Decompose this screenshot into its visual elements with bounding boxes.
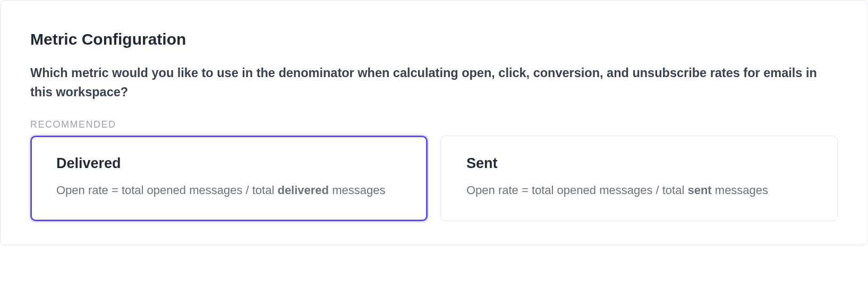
option-delivered-desc-bold: delivered bbox=[277, 183, 329, 197]
metric-options: Delivered Open rate = total opened messa… bbox=[30, 136, 838, 221]
panel-heading: Metric Configuration bbox=[30, 30, 838, 48]
recommended-label: RECOMMENDED bbox=[30, 119, 838, 130]
panel-question: Which metric would you like to use in th… bbox=[30, 63, 838, 102]
option-delivered-desc-after: messages bbox=[329, 183, 385, 197]
option-sent-desc-before: Open rate = total opened messages / tota… bbox=[466, 183, 687, 197]
metric-configuration-panel: Metric Configuration Which metric would … bbox=[0, 0, 868, 245]
option-sent[interactable]: Sent Open rate = total opened messages /… bbox=[440, 136, 838, 221]
option-delivered-description: Open rate = total opened messages / tota… bbox=[56, 181, 402, 199]
option-sent-description: Open rate = total opened messages / tota… bbox=[466, 181, 812, 199]
option-sent-desc-bold: sent bbox=[687, 183, 711, 197]
option-delivered-title: Delivered bbox=[56, 155, 402, 172]
option-sent-title: Sent bbox=[466, 155, 812, 172]
option-delivered-desc-before: Open rate = total opened messages / tota… bbox=[56, 183, 277, 197]
option-sent-desc-after: messages bbox=[712, 183, 768, 197]
option-delivered[interactable]: Delivered Open rate = total opened messa… bbox=[30, 136, 428, 221]
